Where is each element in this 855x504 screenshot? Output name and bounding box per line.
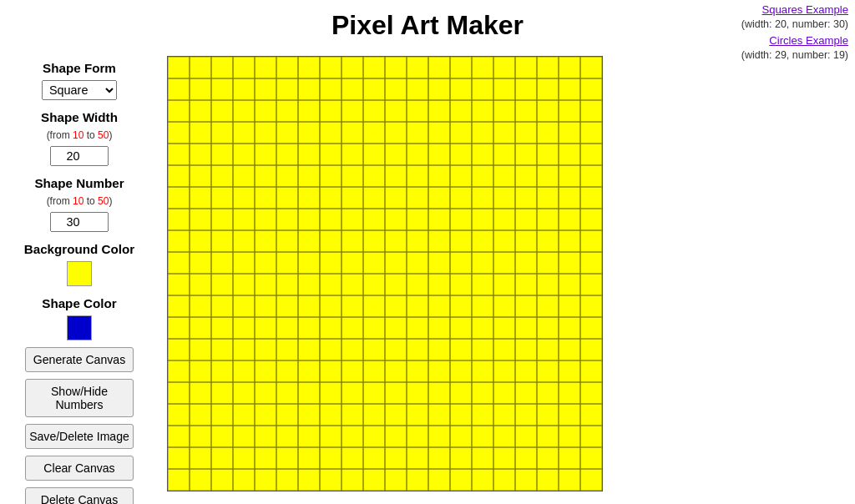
save-delete-image-button[interactable]: Save/Delete Image (25, 424, 134, 449)
page-title: Pixel Art Maker (0, 0, 855, 48)
pixel-canvas[interactable] (167, 56, 603, 491)
show-hide-numbers-button[interactable]: Show/Hide Numbers (25, 379, 134, 417)
squares-example-link[interactable]: Squares Example (741, 3, 848, 16)
generate-canvas-button[interactable]: Generate Canvas (25, 347, 134, 372)
bg-color-swatch[interactable] (67, 261, 92, 286)
shape-number-input[interactable] (50, 212, 109, 232)
circles-example-link[interactable]: Circles Example (741, 34, 848, 47)
bg-color-label: Background Color (24, 242, 134, 256)
shape-number-label: Shape Number (34, 176, 124, 190)
shape-width-label: Shape Width (41, 110, 118, 124)
clear-canvas-button[interactable]: Clear Canvas (25, 456, 134, 481)
examples-panel: Squares Example (width: 20, number: 30) … (741, 3, 848, 62)
shape-form-select[interactable]: Square Circle (42, 80, 117, 100)
circles-example-sub: (width: 29, number: 19) (741, 49, 848, 61)
shape-form-label: Shape Form (43, 61, 116, 75)
shape-color-label: Shape Color (42, 296, 116, 310)
shape-color-swatch[interactable] (67, 315, 92, 340)
delete-canvas-button[interactable]: Delete Canvas (25, 487, 134, 504)
squares-example-sub: (width: 20, number: 30) (741, 18, 848, 30)
shape-width-input[interactable] (50, 146, 109, 166)
shape-width-hint: (from 10 to 50) (47, 129, 113, 141)
canvas-area (159, 48, 855, 500)
shape-number-hint: (from 10 to 50) (47, 195, 113, 207)
sidebar: Shape Form Square Circle Shape Width (fr… (0, 48, 159, 504)
